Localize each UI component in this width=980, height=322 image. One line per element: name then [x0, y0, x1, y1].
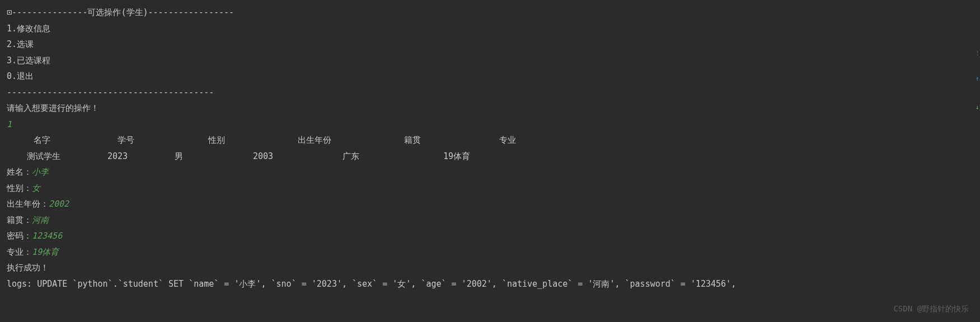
header-native: 籍贯: [398, 132, 499, 148]
cell-birth: 2003: [253, 148, 343, 165]
form-sex: 性别：女: [7, 180, 973, 197]
log-output: logs: UPDATE `python`.`student` SET `nam…: [7, 276, 973, 292]
table-row: 测试学生 2023 男 2003 广东 19体育: [7, 148, 973, 165]
cell-sex: 男: [175, 148, 253, 165]
cell-sno: 2023: [107, 148, 175, 165]
table-header-row: 名字 学号 性别 出生年份 籍贯 专业: [7, 132, 973, 148]
form-native-label: 籍贯：: [7, 215, 32, 225]
menu-item-3: 3.已选课程: [7, 53, 973, 69]
header-birth: 出生年份: [298, 132, 398, 148]
form-name-value[interactable]: 小李: [32, 167, 49, 177]
cell-major: 19体育: [443, 148, 533, 165]
user-input[interactable]: 1: [7, 116, 973, 133]
form-birth-label: 出生年份：: [7, 199, 49, 209]
form-name: 姓名：小李: [7, 164, 973, 180]
menu-header: ⊡---------------可选操作(学生)----------------…: [7, 4, 973, 21]
header-major: 专业: [499, 132, 589, 148]
form-native: 籍贯：河南: [7, 212, 973, 228]
watermark: CSDN @野指针的快乐: [893, 301, 969, 316]
menu-item-1: 1.修改信息: [7, 21, 973, 37]
form-password-value[interactable]: 123456: [32, 231, 62, 241]
form-birth-value[interactable]: 2002: [49, 199, 69, 209]
result-text: 执行成功！: [7, 260, 973, 276]
header-sno: 学号: [107, 132, 197, 148]
form-birth: 出生年份：2002: [7, 196, 973, 212]
form-sex-label: 性别：: [7, 183, 32, 193]
form-name-label: 姓名：: [7, 167, 32, 177]
form-major: 专业：19体育: [7, 244, 973, 260]
form-major-value[interactable]: 19体育: [32, 247, 59, 257]
gutter-arrow-up-icon[interactable]: ↑: [976, 73, 979, 85]
menu-item-2: 2.选课: [7, 36, 973, 53]
cell-name: 测试学生: [7, 148, 107, 165]
gutter-marker-icon: ⋮: [974, 50, 981, 57]
form-native-value[interactable]: 河南: [32, 215, 49, 225]
header-name: 名字: [7, 132, 107, 148]
form-major-label: 专业：: [7, 247, 32, 257]
menu-item-0: 0.退出: [7, 68, 973, 85]
header-sex: 性别: [197, 132, 298, 148]
gutter-arrow-down-icon[interactable]: ↓: [976, 102, 979, 114]
menu-footer: ----------------------------------------…: [7, 85, 973, 101]
editor-gutter: ⋮ ↑ ↓: [974, 0, 980, 322]
form-password-label: 密码：: [7, 231, 32, 241]
form-password: 密码：123456: [7, 228, 973, 244]
prompt-text: 请输入想要进行的操作！: [7, 100, 973, 116]
cell-native: 广东: [343, 148, 443, 165]
form-sex-value[interactable]: 女: [32, 183, 40, 193]
